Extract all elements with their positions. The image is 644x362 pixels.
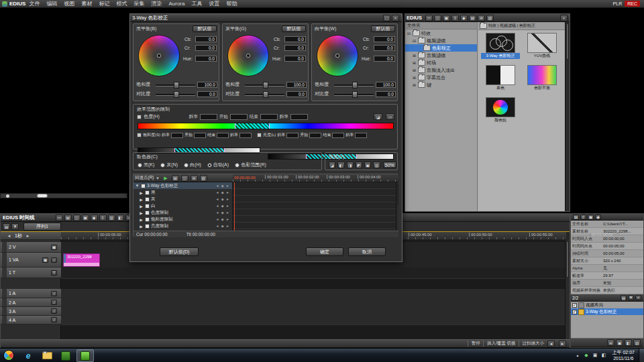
expander-icon[interactable]: ⊞ — [412, 82, 417, 87]
sat-start-field[interactable] — [194, 133, 206, 138]
palette-toolbar-icon-6[interactable]: ▤ — [469, 15, 476, 21]
kf-toolbar-icon-1[interactable]: ▤ — [172, 175, 179, 182]
info-bottom-icon-4[interactable]: ▨ — [633, 339, 641, 346]
start-field[interactable] — [230, 114, 248, 120]
tl-toolbar-icon-3[interactable]: ◫ — [73, 215, 80, 221]
cb-field[interactable]: 0.0 — [284, 36, 306, 42]
effects-scrollbar[interactable] — [565, 22, 570, 211]
preview-zoom-select[interactable]: 50% — [383, 162, 396, 168]
audio-enable-icon[interactable]: ♪ — [51, 257, 57, 263]
keyframe-grid[interactable] — [233, 182, 396, 231]
filter-header-icon-1[interactable]: ▤ — [621, 295, 627, 300]
effect-item-color-wheel[interactable]: 颜色轮 — [481, 97, 520, 123]
palette-toolbar-icon-5[interactable]: ◆ — [460, 15, 468, 21]
tl-toolbar-icon-7[interactable]: ▥ — [108, 215, 115, 221]
preview-mode-icon-4[interactable]: ◩ — [356, 162, 362, 168]
ok-button[interactable]: 确定 — [306, 247, 343, 256]
kf-toolbar-icon-2[interactable]: ◫ — [181, 175, 189, 182]
picker-option-auto[interactable]: 自动(A) — [207, 162, 229, 168]
menu-item-tools[interactable]: 工具 — [188, 0, 205, 7]
effects-palette-titlebar[interactable]: EDIUS ▭ ◫ ▣ ≡ ◆ ▤ ⊞ ▨ × — [405, 14, 570, 22]
video-enable-icon[interactable]: ▣ — [51, 245, 57, 250]
menu-item-marker[interactable]: 标记 — [95, 0, 113, 7]
taskbar-clock[interactable]: 上午 02:07 2011/11/6 — [608, 349, 639, 361]
keyframe-nav-icons[interactable]: ◄ ◆ ► — [215, 217, 230, 221]
tab-bar-icon-2[interactable]: ▼ — [11, 223, 19, 230]
tree-closed-icon[interactable]: ▶ — [139, 224, 144, 229]
menu-item-view[interactable]: 视图 — [60, 0, 78, 7]
palette-toolbar-icon-1[interactable]: ▭ — [425, 15, 433, 21]
param-checkbox[interactable] — [145, 217, 150, 222]
preview-mode-icon-2[interactable]: ◧ — [337, 162, 344, 168]
white-balance-color-wheel[interactable] — [317, 35, 358, 76]
end-field[interactable] — [260, 114, 278, 120]
luma-limit-checkbox[interactable] — [257, 133, 262, 137]
tree-closed-icon[interactable]: ▶ — [139, 190, 144, 195]
keyframe-nav-icons[interactable]: ◄ ◆ ► — [215, 190, 230, 194]
sat-slope2-field[interactable] — [239, 133, 252, 138]
tl-toolbar-icon-5[interactable]: ◆ — [91, 215, 98, 221]
param-checkbox[interactable] — [145, 190, 150, 195]
contrast-field[interactable]: 0.0 — [376, 91, 396, 97]
expander-icon[interactable]: ⊞ — [412, 68, 417, 72]
info-toolbar-icon-4[interactable]: ◆ — [595, 215, 601, 220]
audio-enable-icon[interactable]: ♪ — [51, 308, 57, 314]
cb-field[interactable]: 0.0 — [374, 36, 395, 42]
track-header-2a[interactable]: 2 A ♪ — [1, 298, 61, 307]
dialog-titlebar[interactable]: 3-Way 色彩校正 ▢ × — [130, 14, 402, 22]
video-enable-icon[interactable]: ▣ — [42, 257, 48, 263]
luma-slope2-field[interactable] — [355, 133, 367, 138]
menu-item-edit[interactable]: 编辑 — [43, 0, 60, 7]
menu-item-mode[interactable]: 模式 — [113, 0, 130, 7]
param-checkbox[interactable] — [145, 224, 150, 229]
track-header-4a[interactable]: 4 A ♪ — [1, 316, 61, 324]
kf-row-luma-limit[interactable]: ▶ 亮度限制 ◄ ◆ ► — [133, 223, 232, 229]
menu-item-capture[interactable]: 采集 — [130, 0, 148, 7]
tree-item-title-mixers[interactable]: ⊞ 字幕混合 — [405, 74, 477, 81]
filter-header-icon-3[interactable]: × — [635, 295, 641, 300]
contrast-field[interactable]: 0.0 — [197, 91, 217, 97]
effect-item-color-balance[interactable]: 色彩平衡 — [523, 65, 561, 91]
track-lane-3a[interactable] — [61, 307, 565, 316]
cancel-button[interactable]: 取消 — [348, 247, 386, 256]
audio-enable-icon[interactable]: ♪ — [51, 317, 57, 322]
param-checkbox[interactable] — [145, 210, 150, 215]
palette-toolbar-icon-2[interactable]: ◫ — [434, 15, 441, 21]
info-toolbar-icon-3[interactable]: ▣ — [588, 215, 594, 220]
tree-item-video-filters[interactable]: ⊟ 视频滤镜 — [405, 37, 477, 44]
picker-option-black[interactable]: 黑(K) — [138, 162, 154, 168]
keyframe-scrollbar[interactable] — [396, 182, 398, 231]
param-checkbox[interactable] — [145, 204, 150, 208]
monitor-slider-handle[interactable] — [37, 194, 48, 198]
slope-end-field[interactable] — [290, 114, 308, 120]
cr-field[interactable]: 0.0 — [284, 45, 306, 51]
track-lane-1a[interactable] — [61, 289, 565, 299]
scale-right-icon[interactable]: ► — [24, 233, 32, 239]
saturation-limit-checkbox[interactable] — [137, 133, 142, 137]
expander-icon[interactable]: ⊞ — [412, 60, 417, 65]
track-header-2v[interactable]: 2 V ▣ — [1, 242, 61, 253]
info-toolbar-icon-2[interactable]: ≡ — [580, 215, 586, 220]
tl-toolbar-icon-6[interactable]: ≡ — [99, 215, 107, 221]
palette-toolbar-icon-7[interactable]: ⊞ — [478, 15, 485, 21]
tl-toolbar-icon-8[interactable]: ◧ — [117, 215, 124, 221]
timeline-clip[interactable]: 302220_2298 — [63, 253, 100, 267]
checkbox-checked-icon[interactable]: ✓ — [572, 310, 577, 314]
menu-item-aurora[interactable]: Aurora — [165, 1, 188, 7]
menu-item-clip[interactable]: 素材 — [78, 0, 95, 7]
tree-item-color-correction[interactable]: 色彩校正 — [405, 44, 477, 52]
track-header-3a[interactable]: 3 A ♪ — [1, 307, 61, 316]
tab-bar-icon-1[interactable]: ▤ — [3, 223, 10, 230]
taskbar-ie-button[interactable]: e — [20, 349, 36, 362]
expander-icon[interactable]: ⊟ — [407, 31, 411, 36]
picker-option-color-range[interactable]: 色彩范围(R) — [235, 162, 266, 168]
kf-row-black[interactable]: ▶ 黑 ◄ ◆ ► — [133, 189, 232, 196]
keyframe-playhead[interactable] — [234, 182, 235, 231]
preview-mode-icon-5[interactable]: ▣ — [364, 162, 371, 168]
saturation-slider[interactable] — [244, 82, 285, 88]
track-header-1t[interactable]: 1 T T — [1, 267, 61, 278]
eyedropper-icon[interactable]: ◪ — [374, 113, 382, 120]
contrast-slider[interactable] — [155, 91, 196, 97]
luma-slope-field[interactable] — [286, 133, 299, 138]
track-l ane-4a[interactable] — [61, 316, 565, 325]
